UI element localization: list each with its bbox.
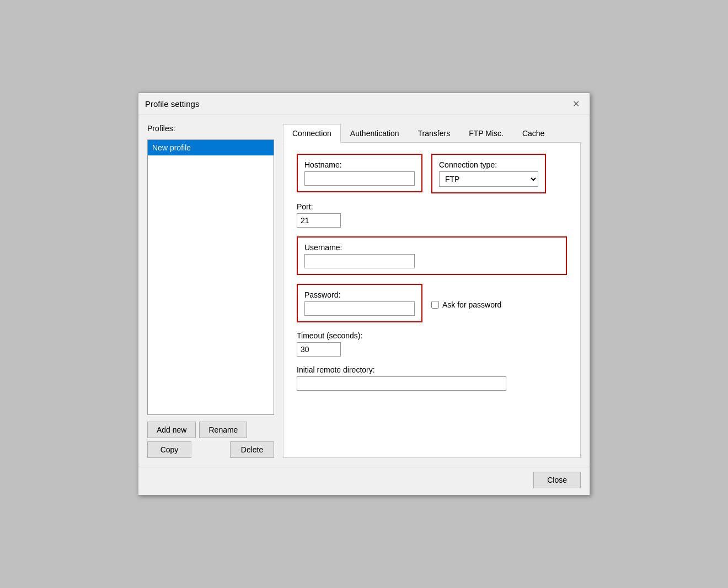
timeout-input[interactable] [297,342,341,357]
dialog-body: Profiles: New profile Add new Rename Cop… [138,115,590,467]
close-dialog-button[interactable]: Close [533,472,581,488]
password-group: Password: [304,290,415,316]
tab-connection-content: Hostname: Connection type: FTP FTPS SFTP [283,143,581,458]
ask-for-password-checkbox[interactable] [431,301,439,309]
profile-item-new[interactable]: New profile [148,140,274,155]
username-section: Username: [297,236,567,275]
connection-type-group: Connection type: FTP FTPS SFTP HTTP HTTP… [439,160,538,187]
connection-type-label: Connection type: [439,160,538,169]
remote-dir-label: Initial remote directory: [297,365,567,374]
password-section: Password: Ask for password [297,284,567,322]
profiles-list: New profile [147,139,274,415]
port-label: Port: [297,202,567,211]
timeout-group: Timeout (seconds): [297,331,567,357]
remote-dir-group: Initial remote directory: [297,365,567,391]
tab-cache[interactable]: Cache [513,124,554,142]
dialog-title: Profile settings [145,99,199,109]
profiles-label: Profiles: [147,124,274,133]
rename-button[interactable]: Rename [199,422,247,438]
hostname-label: Hostname: [304,160,415,169]
right-panel: Connection Authentication Transfers FTP … [283,124,581,458]
hostname-group: Hostname: [304,160,415,186]
tab-connection[interactable]: Connection [283,124,341,143]
connection-type-section: Connection type: FTP FTPS SFTP HTTP HTTP… [431,154,546,193]
copy-button[interactable]: Copy [147,441,191,458]
username-input[interactable] [304,254,415,268]
tab-authentication[interactable]: Authentication [341,124,409,142]
ask-for-password-label[interactable]: Ask for password [431,300,501,309]
password-input[interactable] [304,301,415,316]
timeout-label: Timeout (seconds): [297,331,567,340]
username-group: Username: [304,243,559,268]
remote-dir-input[interactable] [297,376,506,391]
hostname-section: Hostname: [297,154,422,192]
delete-button[interactable]: Delete [230,441,274,458]
password-box: Password: [297,284,422,322]
hostname-input[interactable] [304,171,415,186]
left-panel: Profiles: New profile Add new Rename Cop… [147,124,274,458]
connection-type-select[interactable]: FTP FTPS SFTP HTTP HTTPS [439,171,538,187]
add-new-button[interactable]: Add new [147,422,196,438]
password-label: Password: [304,290,415,299]
dialog-footer: Close [138,467,590,495]
tabs-bar: Connection Authentication Transfers FTP … [283,124,581,143]
tab-transfers[interactable]: Transfers [409,124,460,142]
username-label: Username: [304,243,559,252]
tab-ftp-misc[interactable]: FTP Misc. [459,124,513,142]
port-input[interactable] [297,213,341,228]
profile-settings-dialog: Profile settings ✕ Profiles: New profile… [138,93,590,495]
window-close-button[interactable]: ✕ [569,98,583,110]
title-bar: Profile settings ✕ [138,93,590,115]
hostname-connection-row: Hostname: Connection type: FTP FTPS SFTP [297,154,567,193]
profile-buttons: Add new Rename Copy Delete [147,422,274,458]
port-group: Port: [297,202,567,228]
